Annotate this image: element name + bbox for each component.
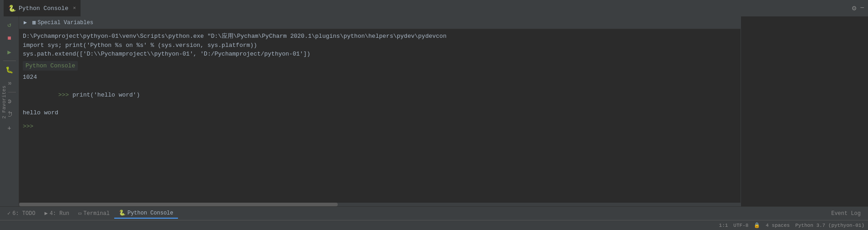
console-content[interactable]: D:\Pychamproject\pythyon-01\venv\Scripts…: [19, 29, 741, 203]
bottom-section: ✓ 6: TODO ▶ 4: Run ▭ Terminal 🐍 Python C…: [0, 206, 868, 230]
label-line: Python Console: [23, 60, 737, 72]
window-controls: ⚙ −: [852, 4, 864, 13]
grid-icon: ▦: [32, 19, 36, 26]
prompt-command: print('hello word'): [72, 92, 140, 98]
main-layout: ↺ ■ ▶ 🐛 ∞ ⚙ ⏱ + ▶ ▦ Special Variables D:…: [0, 16, 868, 206]
status-interpreter: Python 3.7 (pythyon-01): [795, 223, 864, 228]
console-area: ▶ ▦ Special Variables D:\Pychamproject\p…: [19, 16, 741, 206]
prompt-symbol: >>>: [58, 92, 72, 98]
python-console-tab[interactable]: 🐍 Python Console ×: [4, 0, 81, 16]
status-position: 1:1: [719, 223, 728, 228]
console-line-cmd1: D:\Pychamproject\pythyon-01\venv\Scripts…: [23, 32, 737, 41]
console-toolbar: ▶ ▦ Special Variables: [19, 16, 741, 29]
right-panel: [741, 16, 868, 206]
settings-icon[interactable]: ⚙: [852, 4, 857, 13]
event-log-label: Event Log: [831, 210, 861, 217]
scrollbar-track: [19, 203, 741, 206]
python-console-label: Python Console: [23, 61, 78, 71]
close-tab-button[interactable]: ×: [73, 5, 76, 11]
console-output: D:\Pychamproject\pythyon-01\venv\Scripts…: [23, 31, 737, 132]
status-bar: 1:1 UTF-8 🔒 4 spaces Python 3.7 (pythyon…: [0, 220, 868, 230]
event-log-btn[interactable]: Event Log: [827, 209, 865, 218]
tab-python-console[interactable]: 🐍 Python Console: [114, 208, 178, 219]
todo-icon: ✓: [7, 210, 10, 217]
title-bar: 🐍 Python Console × ⚙ −: [0, 0, 868, 16]
console-print-output: hello word: [23, 108, 737, 118]
status-lock: 🔒: [754, 222, 760, 228]
minimize-icon[interactable]: −: [860, 4, 864, 12]
console-output-num: 1024: [23, 73, 737, 82]
tab-terminal[interactable]: ▭ Terminal: [74, 209, 114, 218]
python-console-icon: 🐍: [119, 210, 126, 216]
tab-terminal-label: Terminal: [83, 210, 110, 217]
console-line-cmd2: import sys; print('Python %s on %s' % (s…: [23, 41, 737, 50]
favorites-strip[interactable]: 2 Favorites: [0, 82, 8, 123]
tab-todo-label: 6: TODO: [12, 210, 35, 217]
special-variables-btn[interactable]: ▦ Special Variables: [30, 18, 95, 27]
tab-python-console-label: Python Console: [127, 210, 173, 216]
tab-run-label: 4: Run: [50, 210, 69, 217]
snake-icon: 🐍: [8, 5, 16, 12]
status-encoding: UTF-8: [733, 223, 748, 228]
scrollbar-thumb[interactable]: [19, 203, 338, 206]
rerun-button[interactable]: ↺: [2, 18, 17, 31]
bottom-tabs-bar: ✓ 6: TODO ▶ 4: Run ▭ Terminal 🐍 Python C…: [0, 206, 868, 220]
debug-button[interactable]: 🐛: [2, 63, 17, 76]
arrow-right-icon: ▶: [22, 18, 29, 27]
status-indentation: 4 spaces: [766, 223, 790, 228]
play-arrow: ▶: [24, 19, 27, 26]
empty-prompt-line: >>>: [23, 122, 737, 131]
tab-todo[interactable]: ✓ 6: TODO: [3, 209, 40, 218]
console-line-cmd3: sys.path.extend(['D:\\Pychamproject\\pyt…: [23, 50, 737, 59]
stop-button[interactable]: ■: [2, 32, 17, 45]
toolbar-separator: [3, 61, 16, 61]
terminal-icon: ▭: [78, 210, 81, 217]
run-button[interactable]: ▶: [2, 46, 17, 58]
empty-prompt: >>>: [23, 123, 33, 130]
tab-label: Python Console: [19, 5, 68, 12]
horizontal-scrollbar[interactable]: [19, 203, 741, 206]
add-button[interactable]: +: [2, 122, 17, 135]
console-prompt-line: >>> print('hello word'): [23, 82, 737, 109]
tab-run[interactable]: ▶ 4: Run: [40, 209, 74, 218]
run-icon: ▶: [45, 210, 48, 217]
lock-icon: 🔒: [754, 222, 760, 228]
special-vars-label: Special Variables: [37, 20, 93, 26]
